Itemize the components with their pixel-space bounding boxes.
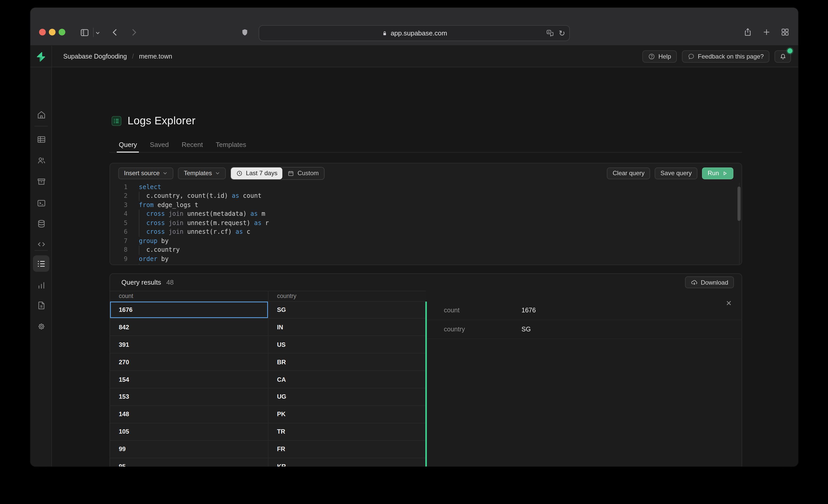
custom-range-button[interactable]: Custom (283, 167, 324, 179)
detail-label-country: country (427, 326, 522, 333)
sql-editor[interactable]: 1select2 c.country, count(t.id) as count… (110, 183, 742, 265)
feedback-button[interactable]: Feedback on this page? (682, 50, 770, 63)
templates-button[interactable]: Templates (178, 167, 226, 179)
table-cell[interactable]: SG (268, 301, 425, 318)
table-row[interactable]: 154CA (110, 371, 426, 388)
query-panel: Insert source Templates Last 7 days (110, 163, 742, 265)
play-icon (722, 170, 728, 176)
edge-functions-icon[interactable] (36, 239, 46, 249)
table-row[interactable]: 95KR (110, 458, 426, 466)
shield-icon[interactable] (241, 27, 249, 38)
table-cell[interactable]: 1676 (110, 301, 268, 318)
back-button[interactable] (110, 27, 120, 38)
sidebar-toggle-icon[interactable] (80, 28, 89, 38)
table-cell[interactable]: 270 (110, 354, 268, 370)
reload-icon[interactable]: ↻ (559, 29, 565, 37)
detail-value-country: SG (522, 326, 531, 333)
clear-query-button[interactable]: Clear query (607, 167, 650, 179)
table-cell[interactable]: UG (268, 388, 425, 405)
tab-templates[interactable]: Templates (216, 137, 246, 152)
supabase-logo[interactable] (30, 46, 52, 67)
table-row[interactable]: 105TR (110, 423, 426, 441)
table-cell[interactable]: 95 (110, 458, 268, 466)
table-row[interactable]: 391US (110, 336, 426, 354)
toolbar-divider (93, 28, 94, 37)
results-table: count country 1676SG842IN391US270BR154CA… (110, 291, 426, 466)
tab-recent[interactable]: Recent (182, 137, 203, 152)
app-header: Supabase Dogfooding / meme.town Help Fee… (30, 46, 798, 67)
table-row[interactable]: 99FR (110, 441, 426, 458)
table-cell[interactable]: 842 (110, 319, 268, 336)
new-tab-icon[interactable] (762, 28, 771, 37)
minimize-window-button[interactable] (49, 29, 55, 36)
docs-icon[interactable] (36, 300, 46, 310)
table-row[interactable]: 842IN (110, 319, 426, 336)
table-cell[interactable]: PK (268, 406, 425, 423)
table-cell[interactable]: 391 (110, 336, 268, 353)
table-row[interactable]: 270BR (110, 354, 426, 371)
logs-icon[interactable] (36, 259, 46, 268)
tab-saved[interactable]: Saved (150, 137, 169, 152)
download-cloud-icon (691, 279, 698, 286)
code-line: 3from edge_logs t (110, 201, 742, 210)
run-label: Run (708, 170, 719, 177)
database-icon[interactable] (36, 219, 46, 228)
code-line: 10 count desc (110, 264, 742, 265)
table-cell[interactable]: BR (268, 354, 425, 370)
line-number: 6 (110, 228, 128, 237)
forward-button[interactable] (129, 27, 139, 38)
insert-source-button[interactable]: Insert source (118, 167, 174, 179)
table-cell[interactable]: 148 (110, 406, 268, 423)
table-cell[interactable]: US (268, 336, 425, 353)
table-cell[interactable]: 153 (110, 388, 268, 405)
breadcrumb-project[interactable]: Supabase Dogfooding (63, 53, 127, 60)
lock-icon (381, 30, 387, 37)
editor-scrollbar-thumb[interactable] (738, 186, 741, 221)
table-cell[interactable]: IN (268, 319, 425, 336)
table-cell[interactable]: CA (268, 371, 425, 388)
line-number: 5 (110, 219, 128, 228)
code-line: 1select (110, 183, 742, 192)
close-window-button[interactable] (39, 29, 46, 36)
tab-overview-icon[interactable] (781, 28, 789, 37)
column-header-country[interactable]: country (268, 291, 425, 301)
zoom-window-button[interactable] (58, 29, 65, 36)
settings-gear-icon[interactable] (36, 321, 46, 331)
last-7-days-button[interactable]: Last 7 days (231, 167, 283, 179)
table-cell[interactable]: TR (268, 423, 425, 440)
code-line: 8 c.country (110, 245, 742, 255)
storage-icon[interactable] (36, 177, 46, 186)
translate-icon[interactable]: A (546, 29, 555, 37)
tab-query[interactable]: Query (119, 137, 137, 152)
last-7-days-label: Last 7 days (246, 170, 278, 177)
chevron-down-icon[interactable] (95, 30, 100, 36)
share-icon[interactable] (743, 27, 752, 38)
table-cell[interactable]: 154 (110, 371, 268, 388)
table-row[interactable]: 1676SG (110, 301, 426, 319)
chevron-down-icon (163, 171, 168, 176)
reports-icon[interactable] (36, 280, 46, 290)
logs-explorer-icon (112, 116, 121, 126)
table-cell[interactable]: 105 (110, 423, 268, 440)
breadcrumb-page[interactable]: meme.town (139, 53, 172, 60)
table-row[interactable]: 153UG (110, 388, 426, 406)
url-bar[interactable]: app.supabase.com A ↻ (259, 25, 570, 41)
run-button[interactable]: Run (702, 167, 733, 179)
sql-editor-icon[interactable] (36, 198, 46, 208)
column-header-count[interactable]: count (110, 291, 268, 301)
save-query-button[interactable]: Save query (655, 167, 697, 179)
code-line: 6 cross join unnest(r.cf) as c (110, 228, 742, 237)
table-cell[interactable]: FR (268, 441, 425, 458)
home-icon[interactable] (36, 110, 46, 120)
download-button[interactable]: Download (685, 276, 734, 288)
table-row[interactable]: 148PK (110, 406, 426, 423)
help-button[interactable]: Help (643, 50, 676, 63)
table-editor-icon[interactable] (36, 135, 46, 144)
table-cell[interactable]: 99 (110, 441, 268, 458)
notifications-button[interactable] (775, 50, 791, 63)
code-line: 2 c.country, count(t.id) as count (110, 192, 742, 201)
insert-source-label: Insert source (124, 170, 160, 177)
table-cell[interactable]: KR (268, 458, 425, 466)
auth-users-icon[interactable] (36, 156, 46, 166)
chat-bubble-icon (688, 53, 695, 60)
